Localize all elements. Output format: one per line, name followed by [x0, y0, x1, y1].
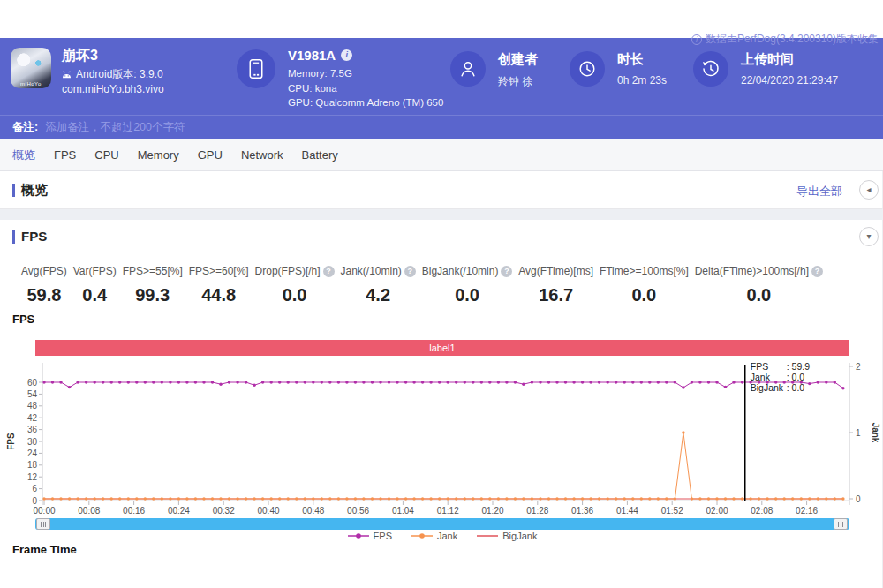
- duration-value: 0h 2m 23s: [617, 74, 667, 87]
- android-icon: [62, 71, 72, 79]
- series-point-fps: [698, 381, 701, 383]
- series-point-jank: [337, 497, 340, 500]
- help-icon[interactable]: ?: [501, 266, 512, 277]
- help-icon[interactable]: ?: [404, 266, 416, 277]
- series-point-jank: [287, 497, 290, 500]
- x-tick-label: 01:52: [661, 506, 683, 516]
- series-point-jank: [589, 497, 592, 500]
- series-point-fps: [211, 381, 214, 383]
- series-point-fps: [345, 381, 348, 383]
- series-point-jank: [791, 497, 794, 500]
- series-point-fps: [278, 381, 281, 383]
- series-point-jank: [362, 497, 365, 500]
- x-tick-label: 02:16: [796, 506, 818, 516]
- collapse-fps-button[interactable]: ▾: [859, 227, 879, 246]
- y-left-tick-label: 6: [32, 484, 37, 494]
- chart-scrollbar[interactable]: [35, 518, 849, 530]
- x-tick-label: 01:12: [437, 506, 459, 516]
- series-point-fps: [261, 381, 264, 383]
- x-tick-label: 01:04: [392, 506, 414, 516]
- app-package: com.miHoYo.bh3.vivo: [62, 82, 164, 97]
- series-point-fps: [51, 381, 54, 383]
- notes-input[interactable]: [45, 121, 398, 133]
- phone-icon: [248, 58, 264, 79]
- notes-bar: 备注:: [0, 115, 883, 139]
- stat-label-text: Delta(FTime)>100ms[/h]: [695, 265, 809, 277]
- series-point-jank: [607, 497, 609, 500]
- y-right-axis-title: Jank: [871, 423, 880, 443]
- scrollbar-handle-left[interactable]: [36, 518, 50, 530]
- series-point-fps: [152, 381, 155, 383]
- stat-label: Drop(FPS)[/h]?: [255, 265, 335, 277]
- series-point-fps: [607, 381, 609, 383]
- series-point-jank: [152, 497, 155, 500]
- tab-0-概览[interactable]: 概览: [12, 139, 35, 171]
- series-point-fps: [455, 381, 457, 383]
- series-point-fps: [169, 381, 171, 383]
- y-left-tick-label: 54: [27, 389, 38, 399]
- stat-label: Delta(FTime)>100ms[/h]?: [695, 265, 823, 277]
- help-icon[interactable]: ?: [811, 266, 823, 277]
- series-point-fps: [42, 381, 45, 383]
- series-point-fps: [741, 381, 743, 383]
- tab-4-gpu[interactable]: GPU: [198, 139, 223, 171]
- fps-stat: FTime>=100ms[%]0.0: [600, 265, 689, 305]
- legend-item-fps[interactable]: FPS: [348, 531, 392, 541]
- tab-1-fps[interactable]: FPS: [54, 139, 76, 171]
- tooltip-series-value: : 0.0: [787, 382, 805, 393]
- series-point-jank: [42, 497, 45, 500]
- series-point-fps: [161, 381, 163, 383]
- stat-label: BigJank(/10min)?: [422, 265, 513, 277]
- series-point-fps: [362, 381, 365, 383]
- x-tick-label: 01:20: [481, 506, 503, 516]
- tab-6-battery[interactable]: Battery: [302, 139, 338, 171]
- series-point-jank: [421, 497, 424, 500]
- perfdog-report-page: i 数据由PerfDog(3.4.200310)版本收集 miHoYo 崩坏3 …: [0, 0, 883, 588]
- collapse-overview-button[interactable]: ◂: [859, 180, 879, 200]
- legend-label: BigJank: [502, 531, 537, 541]
- series-point-jank: [480, 497, 483, 500]
- series-point-jank: [94, 497, 96, 500]
- fps-chart[interactable]: 0612182430364248546001200:0000:0800:1600…: [0, 358, 883, 517]
- export-all-link[interactable]: 导出全部: [796, 184, 842, 200]
- series-point-jank: [464, 497, 466, 500]
- scrollbar-handle-right[interactable]: [834, 518, 848, 530]
- series-point-fps: [715, 381, 718, 383]
- series-point-jank: [144, 497, 147, 500]
- section-gap: [0, 209, 883, 220]
- series-point-fps: [371, 381, 374, 383]
- fps-stat: Var(FPS)0.4: [73, 265, 117, 305]
- series-point-jank: [817, 497, 819, 500]
- tab-bar: 概览FPSCPUMemoryGPUNetworkBattery: [0, 139, 883, 171]
- section-accent-bar: [12, 184, 15, 197]
- series-point-fps: [657, 381, 660, 383]
- series-point-fps: [665, 381, 668, 383]
- chart-legend: FPSJankBigJank: [35, 531, 849, 541]
- tab-5-network[interactable]: Network: [241, 139, 283, 171]
- series-point-jank: [295, 497, 298, 500]
- series-point-jank: [783, 497, 786, 500]
- series-point-fps: [194, 381, 197, 383]
- series-point-jank: [429, 497, 432, 500]
- tab-2-cpu[interactable]: CPU: [94, 139, 118, 171]
- device-info-icon[interactable]: i: [341, 49, 352, 61]
- overview-section-header: 概览 导出全部 ◂: [0, 171, 883, 209]
- series-point-jank: [674, 497, 676, 500]
- stat-label: Jank(/10min)?: [340, 265, 415, 277]
- device-block: V1981A i Memory: 7.5G CPU: kona GPU: Qua…: [237, 48, 443, 110]
- series-point-fps: [404, 381, 407, 383]
- help-icon[interactable]: ?: [323, 266, 335, 277]
- y-left-tick-label: 42: [27, 413, 38, 423]
- y-left-tick-label: 12: [27, 472, 38, 482]
- stat-label: FPS>=60[%]: [189, 265, 249, 277]
- series-point-jank: [185, 497, 188, 500]
- tooltip-series-name: FPS: [751, 361, 768, 372]
- legend-item-jank[interactable]: Jank: [411, 531, 457, 541]
- legend-item-bigjank[interactable]: BigJank: [477, 531, 537, 541]
- tab-3-memory[interactable]: Memory: [138, 139, 179, 171]
- legend-label: FPS: [374, 531, 392, 541]
- legend-marker-icon: [348, 531, 369, 540]
- fps-panel: FPS ▾ Avg(FPS)59.8Var(FPS)0.4FPS>=55[%]9…: [0, 220, 883, 588]
- series-point-fps: [480, 381, 483, 383]
- series-point-fps: [118, 381, 121, 383]
